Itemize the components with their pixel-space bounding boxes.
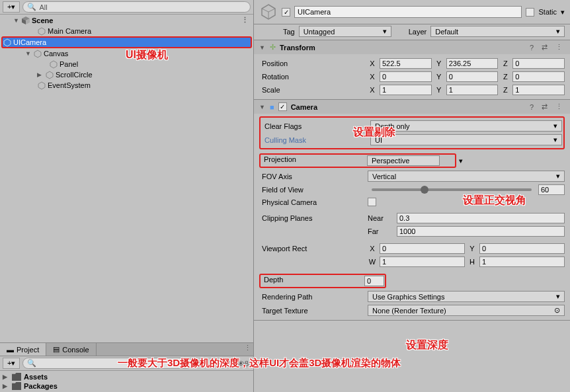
vp-x-field[interactable]: [380, 243, 465, 254]
filter-icon[interactable]: ◧: [195, 358, 206, 368]
near-label: Near: [368, 214, 394, 222]
vp-w-field[interactable]: [380, 256, 465, 267]
camera-header[interactable]: ▼ ■ Camera ? ⇄ ⋮: [254, 100, 570, 114]
transform-header[interactable]: ▼ ✢ Transform ? ⇄ ⋮: [254, 40, 570, 54]
folder-icon: [12, 382, 21, 390]
static-dropdown-icon[interactable]: ▾: [561, 8, 565, 17]
project-search[interactable]: 🔍: [22, 358, 192, 369]
active-checkbox[interactable]: [282, 8, 290, 17]
tab-label: Console: [62, 346, 89, 354]
svg-marker-8: [38, 82, 45, 89]
hierarchy-item-main-camera[interactable]: Main Camera: [0, 26, 253, 36]
chevron-down-icon: ▾: [556, 292, 560, 301]
fov-field[interactable]: [538, 184, 565, 195]
hierarchy-item-panel[interactable]: Panel: [0, 59, 253, 69]
fov-axis-label: FOV Axis: [259, 173, 365, 180]
chevron-down-icon: ▾: [556, 172, 560, 180]
clipping-planes-label: Clipping Planes: [259, 214, 365, 222]
folder-icon: [12, 373, 21, 381]
item-label: ScrollCircle: [56, 71, 93, 79]
fov-axis-dropdown[interactable]: Vertical▾: [368, 171, 565, 182]
tag-label: Tag: [283, 28, 295, 36]
vp-y-field[interactable]: [479, 243, 565, 254]
svg-marker-5: [34, 50, 41, 58]
pos-x-field[interactable]: [380, 58, 432, 69]
foldout-icon[interactable]: ▶: [3, 383, 9, 389]
projection-dropdown[interactable]: Perspective: [367, 155, 440, 166]
camera-enabled-checkbox[interactable]: [278, 102, 287, 111]
transform-icon: ✢: [270, 43, 276, 52]
physical-camera-checkbox[interactable]: [368, 198, 376, 206]
rot-x-field[interactable]: [380, 71, 432, 82]
hierarchy-item-scrollcircle[interactable]: ▶ ScrollCircle: [0, 69, 253, 80]
foldout-icon[interactable]: ▼: [25, 50, 32, 57]
target-texture-field[interactable]: None (Render Texture)⊙: [368, 305, 565, 316]
static-checkbox[interactable]: [526, 8, 534, 17]
context-menu-icon[interactable]: ⋮: [553, 42, 565, 52]
chevron-down-icon: ▾: [553, 122, 557, 130]
rendering-path-dropdown[interactable]: Use Graphics Settings▾: [368, 291, 565, 302]
context-menu-icon[interactable]: ⋮: [242, 343, 253, 356]
camera-icon: ■: [270, 103, 274, 111]
depth-field[interactable]: [364, 276, 384, 286]
near-field[interactable]: [397, 213, 565, 223]
object-name-field[interactable]: [294, 6, 522, 18]
help-icon[interactable]: ?: [528, 43, 536, 52]
far-label: Far: [368, 227, 394, 235]
context-menu-icon[interactable]: ⋮: [239, 15, 251, 25]
preset-icon[interactable]: ⇄: [540, 102, 550, 112]
tab-console[interactable]: ▤ Console: [46, 343, 96, 356]
tag-dropdown[interactable]: Untagged▾: [299, 26, 391, 37]
unity-icon: [21, 16, 30, 25]
item-label: EventSystem: [48, 81, 91, 89]
gameobject-icon: [259, 3, 278, 21]
scl-x-field[interactable]: [380, 85, 432, 95]
scale-label: Scale: [259, 86, 365, 94]
hierarchy-item-canvas[interactable]: ▼ Canvas: [0, 48, 253, 59]
hierarchy-tree[interactable]: ▼ Scene ⋮ Main Camera UICamera ▼ Canvas …: [0, 15, 253, 342]
object-picker-icon[interactable]: ⊙: [554, 306, 560, 315]
create-button[interactable]: +▾: [3, 1, 20, 13]
pos-z-field[interactable]: [512, 58, 565, 69]
preset-icon[interactable]: ⇄: [540, 42, 550, 52]
fov-slider[interactable]: [372, 188, 532, 191]
favorite-icon[interactable]: ★: [208, 358, 219, 368]
target-texture-label: Target Texture: [259, 307, 365, 315]
rot-y-field[interactable]: [446, 71, 499, 82]
project-item-packages[interactable]: ▶ Packages: [0, 381, 253, 391]
gameobject-icon: [33, 49, 42, 58]
create-button[interactable]: +▾: [3, 358, 20, 369]
scl-z-field[interactable]: [512, 85, 565, 95]
gameobject-icon: [49, 59, 58, 69]
chevron-down-icon: ▾: [459, 157, 565, 165]
scl-y-field[interactable]: [446, 85, 499, 95]
culling-mask-dropdown[interactable]: UI▾: [370, 134, 562, 145]
rendering-path-label: Rendering Path: [259, 293, 365, 301]
help-icon[interactable]: ?: [528, 102, 536, 112]
hierarchy-item-eventsystem[interactable]: EventSystem: [0, 80, 253, 91]
hierarchy-item-uicamera[interactable]: UICamera: [1, 36, 252, 48]
gameobject-icon: [3, 38, 12, 47]
hidden-icon[interactable]: 👁8: [235, 359, 251, 368]
rot-z-field[interactable]: [512, 71, 565, 82]
foldout-icon[interactable]: ▶: [3, 373, 9, 380]
clear-flags-dropdown[interactable]: Depth only▾: [370, 120, 562, 132]
far-field[interactable]: [397, 226, 565, 237]
foldout-icon[interactable]: ▼: [259, 104, 266, 110]
component-title: Transform: [280, 44, 524, 52]
foldout-icon[interactable]: ▶: [37, 71, 44, 78]
scene-root[interactable]: ▼ Scene ⋮: [0, 15, 253, 26]
hierarchy-search[interactable]: 🔍 All: [22, 1, 251, 13]
foldout-icon[interactable]: ▼: [13, 17, 20, 24]
layer-dropdown[interactable]: Default▾: [430, 26, 565, 37]
tab-project[interactable]: ▬ Project: [0, 343, 46, 356]
project-item-assets[interactable]: ▶ Assets: [0, 372, 253, 381]
pos-y-field[interactable]: [446, 58, 499, 69]
vp-h-field[interactable]: [479, 256, 565, 267]
foldout-icon[interactable]: ▼: [259, 44, 266, 51]
project-icon: ▬: [7, 346, 14, 354]
viewport-rect-label: Viewport Rect: [259, 245, 365, 253]
label-icon[interactable]: 🏷: [222, 359, 233, 368]
context-menu-icon[interactable]: ⋮: [553, 102, 565, 112]
item-label: Assets: [24, 373, 48, 381]
